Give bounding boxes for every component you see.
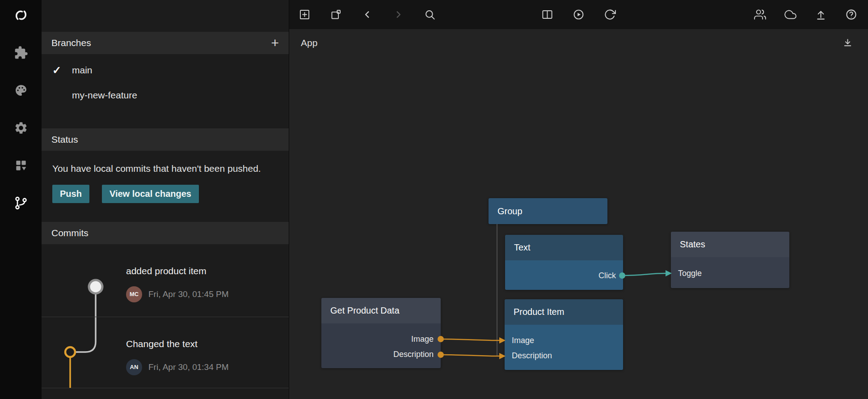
- node-title: Text: [505, 235, 623, 260]
- version-control-icon[interactable]: [10, 192, 32, 214]
- node-title: Group: [489, 198, 607, 224]
- status-message: You have local commits that haven't been…: [42, 151, 289, 176]
- version-control-panel: Branches + ✓ main my-new-feature Status …: [42, 0, 289, 399]
- node-body: Click: [505, 260, 623, 290]
- branch-name: my-new-feature: [72, 90, 137, 101]
- split-view-icon[interactable]: [539, 6, 556, 24]
- create-component-icon[interactable]: [327, 6, 345, 24]
- port-label: Description: [393, 350, 434, 359]
- port-label: Description: [512, 351, 552, 361]
- components-icon[interactable]: [10, 155, 32, 176]
- navigate-forward-icon[interactable]: [389, 6, 407, 24]
- search-icon[interactable]: [421, 6, 438, 24]
- preview-play-icon[interactable]: [570, 6, 588, 24]
- status-actions: Push View local changes: [42, 176, 289, 203]
- node-group[interactable]: Group: [489, 198, 607, 224]
- navigate-back-icon[interactable]: [358, 6, 376, 24]
- download-icon[interactable]: [839, 34, 856, 52]
- add-branch-button[interactable]: +: [271, 36, 279, 50]
- component-title: App: [301, 38, 317, 48]
- branches-title: Branches: [51, 38, 91, 48]
- push-button[interactable]: Push: [52, 185, 89, 203]
- cloud-sync-icon[interactable]: [781, 6, 799, 24]
- port-image-in[interactable]: Image: [505, 333, 623, 348]
- port-click[interactable]: Click: [505, 268, 623, 283]
- branches-section-header: Branches +: [42, 32, 289, 54]
- status-section-header: Status: [42, 128, 289, 151]
- commit-item[interactable]: added product item MC Fri, Apr 30, 01:45…: [42, 244, 289, 317]
- avatar: MC: [126, 286, 142, 302]
- app-window: Branches + ✓ main my-new-feature Status …: [0, 0, 868, 399]
- plugins-icon[interactable]: [10, 42, 32, 64]
- node-body: Image Description: [505, 325, 623, 370]
- deploy-icon[interactable]: [812, 6, 830, 24]
- port-description-out[interactable]: Description: [321, 347, 441, 362]
- status-title: Status: [51, 134, 78, 145]
- styles-palette-icon[interactable]: [10, 80, 32, 101]
- icon-sidebar: [0, 0, 42, 399]
- node-title: States: [671, 232, 789, 257]
- help-icon[interactable]: [842, 6, 860, 24]
- port-label: Image: [411, 335, 434, 344]
- collaborators-icon[interactable]: [751, 6, 769, 24]
- view-local-changes-button[interactable]: View local changes: [102, 185, 199, 203]
- commit-title: added product item: [126, 266, 289, 276]
- current-branch-check-icon: ✓: [52, 64, 65, 76]
- port-label: Toggle: [678, 269, 702, 278]
- commit-date: Fri, Apr 30, 01:45 PM: [148, 289, 229, 299]
- panel-spacer: [42, 0, 289, 32]
- canvas-header: App: [289, 29, 868, 57]
- node-get-product-data[interactable]: Get Product Data Image Description: [321, 298, 441, 368]
- branch-list: ✓ main my-new-feature: [42, 54, 289, 108]
- commit-item[interactable]: Changed the text AN Fri, Apr 30, 01:34 P…: [42, 317, 289, 388]
- toolbar-right-group: [751, 0, 860, 29]
- node-body: Toggle: [671, 257, 789, 288]
- avatar: AN: [126, 359, 142, 375]
- port-label: Image: [512, 336, 534, 345]
- commit-title: Changed the text: [126, 339, 289, 349]
- branch-item-my-new-feature[interactable]: my-new-feature: [42, 83, 289, 108]
- node-title: Product Item: [505, 299, 623, 325]
- node-body: Image Description: [321, 323, 441, 368]
- toolbar-left-group: [295, 0, 438, 29]
- node-states[interactable]: States Toggle: [671, 232, 789, 288]
- commit-meta: AN Fri, Apr 30, 01:34 PM: [126, 359, 289, 375]
- settings-gear-icon[interactable]: [10, 117, 32, 139]
- commits-title: Commits: [51, 228, 88, 238]
- refresh-icon[interactable]: [601, 6, 619, 24]
- node-canvas[interactable]: App Group Text Click: [289, 29, 868, 399]
- editor: App Group Text Click: [289, 0, 868, 399]
- node-product-item[interactable]: Product Item Image Description: [505, 299, 623, 370]
- port-description-in[interactable]: Description: [505, 348, 623, 363]
- node-title: Get Product Data: [321, 298, 441, 323]
- commits-list: added product item MC Fri, Apr 30, 01:45…: [42, 244, 289, 399]
- logo-icon[interactable]: [10, 4, 32, 26]
- commit-date: Fri, Apr 30, 01:34 PM: [148, 362, 229, 372]
- branch-item-main[interactable]: ✓ main: [42, 58, 289, 83]
- port-image-out[interactable]: Image: [321, 331, 441, 347]
- commits-section-header: Commits: [42, 222, 289, 244]
- node-text[interactable]: Text Click: [505, 235, 623, 290]
- commit-meta: MC Fri, Apr 30, 01:45 PM: [126, 286, 289, 302]
- add-node-icon[interactable]: [295, 6, 313, 24]
- branch-name: main: [72, 65, 93, 76]
- toolbar: [289, 0, 868, 29]
- port-label: Click: [598, 271, 616, 280]
- toolbar-center-group: [539, 0, 619, 29]
- port-toggle[interactable]: Toggle: [671, 266, 789, 281]
